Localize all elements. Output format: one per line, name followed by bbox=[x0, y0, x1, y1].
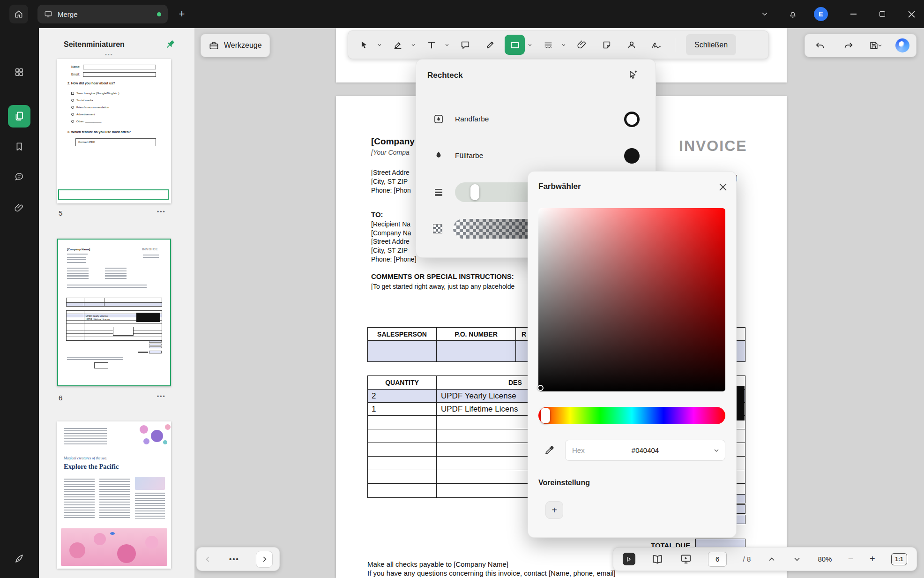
thumbnail-page-5[interactable]: Name: Email: 2. How did you hear about u… bbox=[57, 59, 171, 203]
form-email-label: Email: bbox=[71, 73, 80, 76]
table-cell bbox=[368, 443, 437, 456]
highlight-tool-dropdown[interactable] bbox=[410, 42, 417, 48]
color-cursor[interactable] bbox=[537, 385, 544, 391]
pin-icon bbox=[164, 38, 176, 51]
line-markup-tool-button[interactable] bbox=[538, 35, 559, 55]
highlight-tool-button[interactable] bbox=[387, 35, 408, 55]
panel-drag-handle[interactable]: ••• bbox=[105, 52, 113, 57]
recipient-line: [Recipient Na bbox=[371, 220, 410, 228]
hex-input-field[interactable]: Hex #040404 bbox=[565, 440, 725, 461]
ai-assistant-icon[interactable] bbox=[895, 38, 909, 53]
radio-icon bbox=[71, 113, 74, 116]
signature-tool-button[interactable] bbox=[646, 35, 667, 55]
collapse-panel-button[interactable] bbox=[623, 553, 635, 565]
hue-slider-handle[interactable] bbox=[541, 408, 550, 423]
border-color-swatch[interactable] bbox=[624, 112, 640, 127]
sidebar-item-page-thumbnails[interactable] bbox=[8, 105, 30, 128]
zoom-out-button[interactable]: − bbox=[848, 554, 854, 564]
shape-tool-button-active[interactable] bbox=[505, 35, 525, 55]
close-picker-button[interactable] bbox=[717, 181, 729, 193]
coral-shape bbox=[117, 544, 136, 563]
shape-tool-dropdown[interactable] bbox=[527, 42, 534, 48]
page-options-button[interactable]: ••• bbox=[157, 209, 166, 215]
pin-panel-button[interactable] bbox=[164, 38, 176, 51]
thumbnail-page-7[interactable]: Magical creatures of the sea. Explore th… bbox=[57, 421, 171, 569]
text-tool-dropdown[interactable] bbox=[444, 42, 451, 48]
mini-white-rectangle-annotation bbox=[113, 327, 134, 336]
sidebar-item-bookmarks[interactable] bbox=[8, 135, 30, 158]
page-count-label: / 8 bbox=[743, 555, 751, 563]
notifications-button[interactable] bbox=[787, 8, 799, 20]
chevron-left-icon[interactable] bbox=[203, 555, 213, 564]
next-page-button[interactable] bbox=[256, 551, 273, 568]
fill-color-swatch[interactable] bbox=[624, 148, 640, 164]
toolbar-divider bbox=[675, 38, 675, 52]
thumbnail-page-6[interactable]: [Company Name] INVOICE UPDF Yearly Licen… bbox=[57, 239, 171, 386]
table-header-fragment: DES bbox=[508, 379, 522, 386]
recipient-line: Phone: [Phone] bbox=[371, 255, 417, 263]
close-toolbar-button[interactable]: Schließen bbox=[686, 34, 736, 55]
pencil-tool-button[interactable] bbox=[480, 35, 500, 55]
attachment-tool-button[interactable] bbox=[572, 35, 592, 55]
form-question-3: 3. Which feature do you use most often? bbox=[67, 130, 131, 134]
reader-mode-button[interactable] bbox=[651, 553, 663, 565]
table-gridline bbox=[84, 311, 84, 340]
grid-icon bbox=[14, 67, 24, 77]
sidebar-item-comments[interactable] bbox=[8, 165, 30, 188]
hex-value[interactable]: #040404 bbox=[566, 446, 725, 454]
next-page-button-2[interactable] bbox=[792, 555, 802, 564]
new-tab-button[interactable]: + bbox=[174, 7, 189, 22]
page-number-input[interactable]: 6 bbox=[708, 552, 727, 567]
document-tab[interactable]: Merge bbox=[37, 5, 168, 23]
saturation-value-gradient[interactable] bbox=[538, 208, 725, 391]
slider-handle[interactable] bbox=[470, 184, 479, 200]
tabs-dropdown-button[interactable] bbox=[759, 8, 771, 20]
text-tool-button[interactable] bbox=[421, 35, 442, 55]
window-close-button[interactable] bbox=[905, 8, 917, 20]
sidebar-item-apps[interactable] bbox=[8, 61, 30, 83]
page-strip-more-button[interactable]: ••• bbox=[229, 555, 239, 563]
save-dropdown[interactable] bbox=[877, 42, 884, 49]
text-lines-block bbox=[64, 479, 95, 519]
presentation-mode-button[interactable] bbox=[680, 553, 692, 565]
note-tool-button[interactable] bbox=[455, 35, 476, 55]
eyedropper-button[interactable] bbox=[543, 443, 556, 457]
line-markup-dropdown[interactable] bbox=[561, 42, 567, 48]
hue-slider[interactable] bbox=[538, 407, 725, 424]
mini-company-name: [Company Name] bbox=[67, 248, 90, 251]
comments-text: [To get started right away, just tap any… bbox=[371, 283, 514, 290]
chevron-right-icon bbox=[263, 557, 266, 562]
page-options-button[interactable]: ••• bbox=[157, 393, 166, 400]
window-minimize-button[interactable] bbox=[847, 8, 859, 20]
left-sidebar bbox=[0, 28, 39, 578]
save-button[interactable] bbox=[869, 40, 884, 51]
sidebar-item-pen-tools[interactable] bbox=[8, 548, 30, 570]
mini-photo bbox=[135, 477, 165, 490]
sticker-tool-button[interactable] bbox=[596, 35, 617, 55]
stamp-tool-button[interactable] bbox=[621, 35, 642, 55]
pickup-style-icon[interactable] bbox=[627, 69, 639, 81]
user-avatar[interactable]: E bbox=[814, 7, 828, 21]
mini-total-cell bbox=[149, 344, 162, 345]
redo-button[interactable] bbox=[840, 37, 857, 54]
tools-menu-button[interactable]: Werkzeuge bbox=[201, 34, 270, 57]
actual-size-button[interactable]: 1:1 bbox=[891, 553, 907, 565]
undo-button[interactable] bbox=[812, 37, 828, 54]
window-maximize-button[interactable] bbox=[876, 8, 888, 20]
previous-page-button[interactable] bbox=[767, 555, 776, 564]
form-dropdown-value: Convert PDF bbox=[78, 140, 95, 143]
signature-icon bbox=[651, 39, 662, 51]
select-tool-dropdown[interactable] bbox=[377, 42, 383, 48]
home-button[interactable] bbox=[9, 5, 28, 23]
zoom-level-label[interactable]: 80% bbox=[818, 555, 832, 563]
sidebar-item-attachments[interactable] bbox=[8, 197, 30, 219]
quantity-cell: 2 bbox=[368, 390, 437, 402]
undo-icon bbox=[815, 40, 825, 51]
checkbox-icon bbox=[71, 92, 74, 95]
maximize-icon bbox=[879, 11, 885, 17]
history-save-toolbar bbox=[805, 34, 917, 57]
select-tool-button[interactable] bbox=[354, 35, 374, 55]
hex-format-dropdown[interactable] bbox=[713, 447, 720, 454]
zoom-in-button[interactable]: + bbox=[870, 554, 875, 564]
add-preset-button[interactable]: + bbox=[545, 501, 563, 519]
